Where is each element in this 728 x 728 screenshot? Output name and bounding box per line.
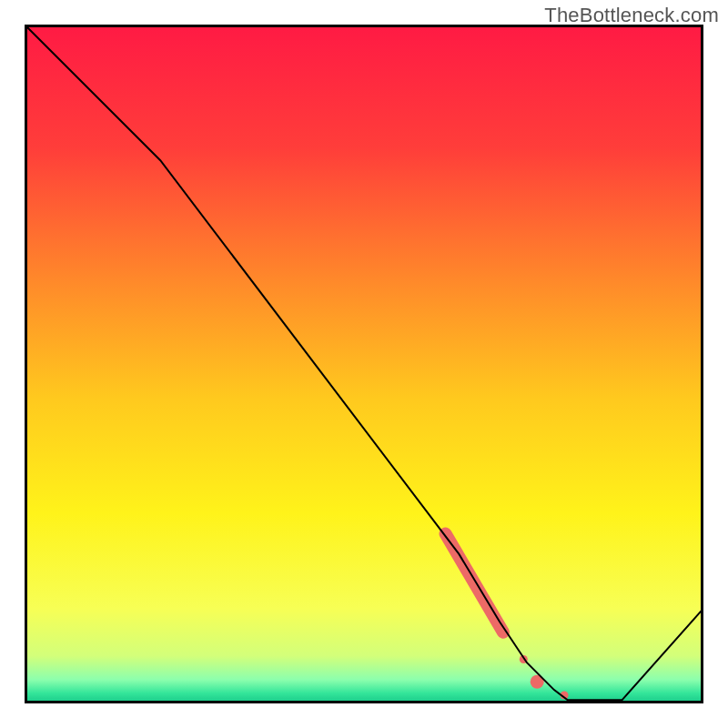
watermark-label: TheBottleneck.com xyxy=(544,4,719,27)
highlight-markers xyxy=(446,534,569,700)
plot-overlay xyxy=(25,25,703,703)
chart-container: TheBottleneck.com xyxy=(0,0,728,728)
plot-area xyxy=(25,25,703,703)
bottleneck-curve xyxy=(25,25,703,700)
